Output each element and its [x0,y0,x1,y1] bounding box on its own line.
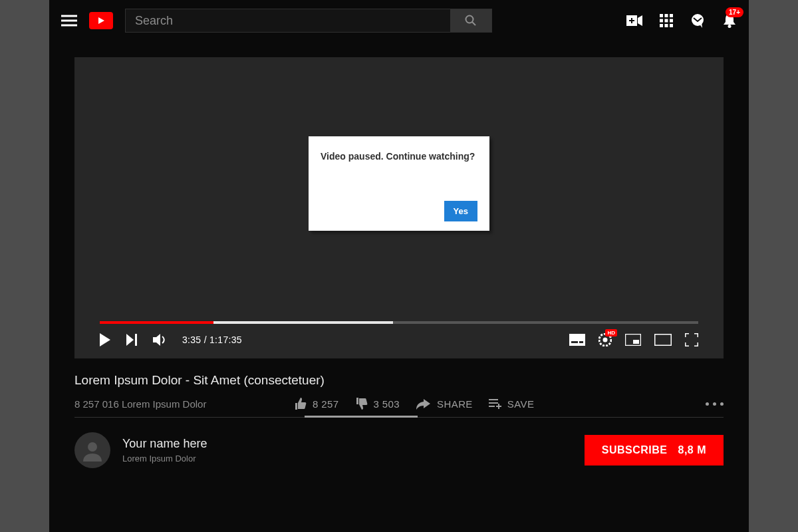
dislike-count: 3 503 [374,398,400,410]
time-display: 3:35 / 1:17:35 [182,334,242,345]
volume-icon[interactable] [153,333,168,346]
channel-name[interactable]: Your name here [122,437,207,451]
svg-rect-24 [135,334,137,346]
play-icon[interactable] [100,333,112,346]
share-button[interactable]: SHARE [416,398,473,410]
miniplayer-icon[interactable] [625,334,641,346]
save-label: SAVE [507,398,535,410]
player-stage: Video paused. Continue watching? Yes [49,41,749,358]
subscriber-count: 8,8 M [678,444,706,456]
svg-rect-15 [670,19,673,23]
share-arrow-icon [416,398,432,410]
pause-dialog-message: Video paused. Continue watching? [321,151,477,162]
dislike-button[interactable]: 3 503 [355,397,400,410]
channel-avatar[interactable] [74,432,110,468]
like-count: 8 257 [313,398,339,410]
svg-rect-12 [670,14,673,17]
svg-rect-28 [579,341,583,343]
svg-point-19 [692,14,704,26]
messages-icon[interactable] [690,13,705,28]
meta-row: 8 257 016 Lorem Ipsum Dolor 8 257 3 503 … [74,397,724,418]
search-bar [125,9,492,33]
svg-rect-32 [633,340,639,344]
svg-rect-13 [660,19,663,23]
svg-rect-11 [665,14,668,17]
sentiment-underline [305,416,418,418]
fullscreen-icon[interactable] [685,333,698,346]
channel-row: Your name here Lorem Ipsum Dolor SUBSCRI… [49,418,749,468]
svg-marker-23 [126,334,134,346]
svg-point-30 [603,338,608,342]
save-button[interactable]: SAVE [489,398,535,410]
logo-icon[interactable] [89,12,113,29]
progress-played [100,321,213,324]
subscribe-label: SUBSCRIBE [602,444,668,456]
progress-bar[interactable] [100,321,698,324]
search-icon [465,15,477,27]
svg-marker-22 [100,333,110,346]
pause-dialog-yes-button[interactable]: Yes [444,201,477,221]
apps-grid-icon[interactable] [660,14,673,27]
notification-badge: 17+ [726,7,743,17]
svg-point-4 [466,16,473,23]
thumbs-down-icon [355,397,368,410]
header-right: 17+ [626,13,737,29]
hamburger-menu-icon[interactable] [61,15,77,27]
settings-gear-icon[interactable]: HD [598,333,612,346]
player-controls: 3:35 / 1:17:35 HD [100,329,698,350]
svg-rect-17 [665,24,668,27]
svg-marker-25 [153,334,160,346]
theater-mode-icon[interactable] [654,334,672,346]
svg-line-5 [472,22,475,25]
top-bar: 17+ [49,0,749,41]
like-button[interactable]: 8 257 [294,397,339,410]
video-meta: Lorem Ipsum Dolor - Sit Amet (consectetu… [49,358,749,418]
search-button[interactable] [450,9,491,32]
svg-rect-18 [670,24,673,27]
view-count: 8 257 016 Lorem Ipsum Dolor [74,398,287,410]
notifications-bell-icon[interactable]: 17+ [722,13,737,29]
video-player[interactable]: Video paused. Continue watching? Yes [74,57,724,358]
more-actions-button[interactable] [706,402,724,406]
svg-point-21 [728,25,732,28]
video-title: Lorem Ipsum Dolor - Sit Amet (consectetu… [74,373,724,388]
share-label: SHARE [437,398,473,410]
svg-rect-26 [569,334,585,346]
app-frame: 17+ Video paused. Continue watching? Yes [49,0,749,532]
svg-rect-33 [654,334,672,346]
channel-subtitle: Lorem Ipsum Dolor [122,454,207,464]
channel-info: Your name here Lorem Ipsum Dolor [122,437,207,464]
create-video-icon[interactable] [626,15,642,27]
svg-rect-27 [571,341,578,343]
thumbs-up-icon [294,397,307,410]
search-input[interactable] [126,9,450,32]
svg-marker-3 [98,17,104,24]
next-icon[interactable] [126,334,138,346]
svg-marker-7 [638,15,642,26]
svg-point-39 [88,442,97,452]
pause-dialog: Video paused. Continue watching? Yes [309,136,489,231]
playlist-add-icon [489,398,502,409]
svg-rect-14 [665,19,668,23]
subscribe-button[interactable]: SUBSCRIBE 8,8 M [585,435,724,466]
captions-icon[interactable] [569,334,585,346]
svg-rect-16 [660,24,663,27]
avatar-placeholder-icon [81,439,104,462]
svg-rect-10 [660,14,663,17]
hd-badge: HD [605,329,617,336]
